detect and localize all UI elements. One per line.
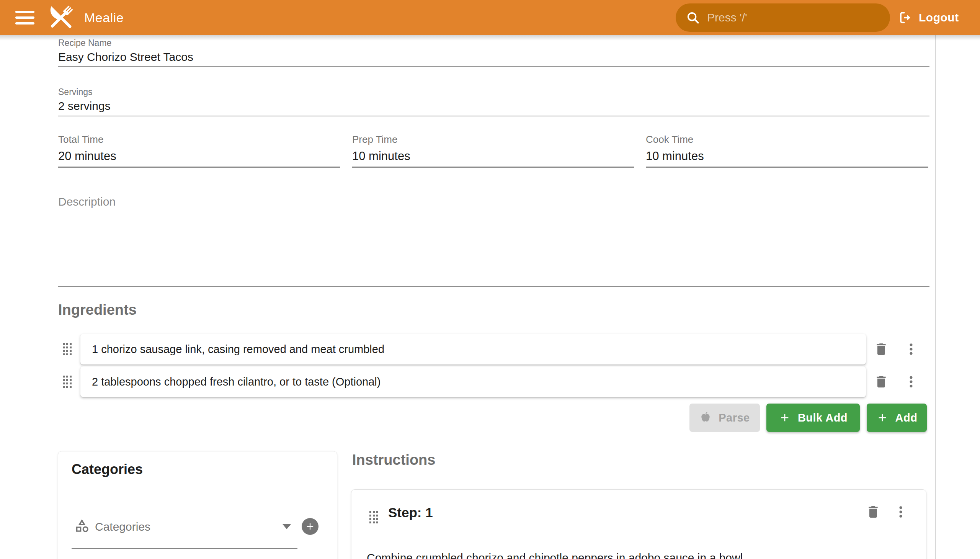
prep-time-label: Prep Time [352,134,398,146]
cook-time-input[interactable] [646,148,925,165]
app-title: Mealie [84,0,124,35]
delete-ingredient-button[interactable] [874,374,889,389]
cook-time-label: Cook Time [646,134,693,146]
plus-icon [778,412,791,424]
ingredient-input[interactable] [80,334,866,364]
shapes-icon [74,518,89,533]
parse-label: Parse [719,412,750,424]
add-category-button[interactable] [302,518,319,535]
ingredient-menu-button[interactable] [904,374,919,389]
step-title: Step: 1 [388,505,433,520]
kebab-icon [904,342,919,357]
instructions-title: Instructions [352,452,435,468]
bulk-add-label: Bulk Add [798,412,848,424]
step-text-input[interactable]: Combine crumbled chorizo and chipotle pe… [367,550,910,559]
logout-button[interactable]: Logout [898,0,959,35]
kebab-icon [893,504,909,519]
drag-handle-icon[interactable] [63,375,71,388]
servings-label: Servings [58,87,92,97]
delete-step-button[interactable] [866,504,881,519]
mealie-logo-icon [40,2,82,34]
categories-card: Categories Categories [58,451,337,559]
step-card: Step: 1 Combine crumbled chorizo and chi… [351,489,926,559]
apple-icon [699,412,712,424]
logout-icon [898,10,912,25]
search-bar[interactable] [676,3,890,32]
total-time-label: Total Time [58,134,104,146]
servings-underline [58,116,929,116]
add-label: Add [896,412,917,424]
plus-icon [876,412,889,424]
recipe-name-input[interactable] [58,49,927,65]
kebab-icon [904,374,919,389]
search-icon [686,10,700,25]
trash-icon [874,342,889,357]
cook-time-underline [646,167,928,168]
categories-card-title: Categories [71,461,143,478]
total-time-input[interactable] [58,148,338,165]
prep-time-underline [352,167,634,168]
drag-handle-icon[interactable] [63,343,71,355]
bulk-add-button[interactable]: Bulk Add [767,404,860,432]
trash-icon [866,504,881,519]
add-button[interactable]: Add [867,404,927,432]
plus-icon [305,521,316,532]
menu-icon[interactable] [15,11,35,25]
logout-label: Logout [919,11,959,24]
total-time-underline [58,167,340,168]
description-underline [58,286,929,287]
divider [65,486,331,486]
categories-select-underline [71,548,297,549]
recipe-name-underline [58,66,929,67]
chevron-down-icon[interactable] [283,524,291,529]
header-shadow [0,35,980,41]
ingredient-input[interactable] [80,366,866,397]
step-menu-button[interactable] [893,504,909,519]
servings-input[interactable] [58,98,927,114]
description-label: Description [58,195,929,208]
ingredients-title: Ingredients [58,302,137,318]
parse-button[interactable]: Parse [689,404,760,432]
ingredient-row [80,366,866,397]
categories-select[interactable]: Categories [95,520,150,533]
trash-icon [874,374,889,389]
ingredient-menu-button[interactable] [904,342,919,357]
search-input[interactable] [700,3,890,32]
description-field[interactable]: Description [58,195,929,287]
app-bar: Mealie Logout [0,0,980,35]
ingredient-row [80,334,866,364]
content-right-divider [935,35,936,559]
drag-handle-icon[interactable] [369,511,378,523]
prep-time-input[interactable] [352,148,631,165]
delete-ingredient-button[interactable] [874,342,889,357]
